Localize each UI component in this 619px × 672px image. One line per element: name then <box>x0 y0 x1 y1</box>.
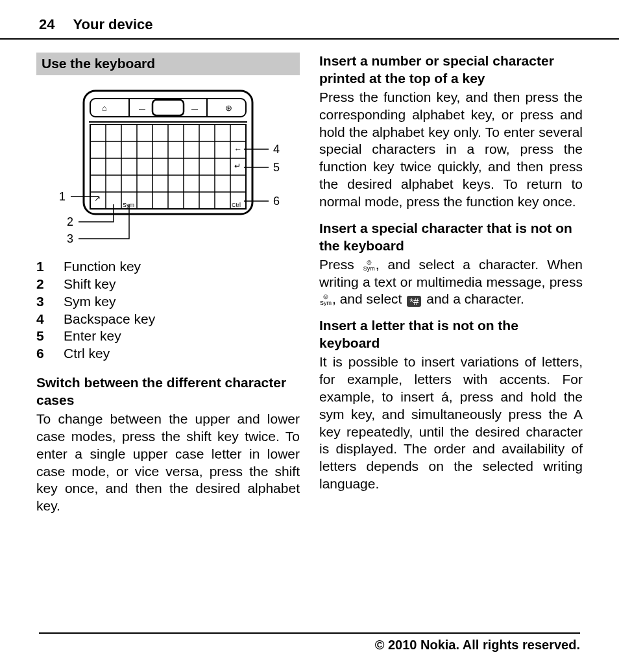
sym-key-icon: ◎Sym <box>363 259 375 272</box>
subheading: Switch between the different character c… <box>36 374 300 409</box>
key-legend: 1 Function key 2 Shift key 3 Sym key 4 B… <box>36 258 300 363</box>
subheading: Insert a number or special character pri… <box>319 53 583 88</box>
legend-number: 2 <box>36 276 64 293</box>
legend-text: Enter key <box>64 328 121 345</box>
legend-number: 3 <box>36 293 64 311</box>
subheading: Insert a letter that is not on the keybo… <box>319 317 583 352</box>
svg-text:⌂: ⌂ <box>102 103 107 113</box>
legend-text: Function key <box>64 258 141 276</box>
section-heading: Use the keyboard <box>36 53 300 75</box>
left-column: Use the keyboard ⌂ — — ⊛ <box>36 53 300 524</box>
legend-row: 3 Sym key <box>36 293 300 311</box>
legend-text: Ctrl key <box>64 345 110 363</box>
text-fragment: Press <box>319 257 363 272</box>
paragraph: Press ◎Sym, and select a character. When… <box>319 256 583 309</box>
star-hash-icon: *# <box>407 296 421 307</box>
svg-text:Sym: Sym <box>123 202 134 208</box>
legend-text: Shift key <box>64 276 116 293</box>
legend-row: 4 Backspace key <box>36 311 300 328</box>
legend-row: 6 Ctrl key <box>36 345 300 363</box>
paragraph: It is possible to insert variations of l… <box>319 354 583 493</box>
svg-text:5: 5 <box>273 161 280 174</box>
svg-text:1: 1 <box>59 190 66 203</box>
text-fragment: , and select <box>332 291 406 306</box>
legend-number: 4 <box>36 311 64 328</box>
legend-text: Sym key <box>64 293 116 311</box>
right-column: Insert a number or special character pri… <box>319 53 583 524</box>
legend-number: 5 <box>36 328 64 345</box>
svg-text:—: — <box>191 105 198 112</box>
legend-row: 2 Shift key <box>36 276 300 293</box>
paragraph: Press the function key, and then press t… <box>319 89 583 211</box>
svg-text:6: 6 <box>273 195 280 208</box>
svg-text:4: 4 <box>273 143 280 156</box>
subheading: Insert a special character that is not o… <box>319 220 583 255</box>
svg-text:⊛: ⊛ <box>225 103 232 113</box>
svg-text:↵: ↵ <box>234 162 241 171</box>
svg-text:—: — <box>139 105 145 112</box>
page-header: 24 Your device <box>0 0 619 40</box>
page-content: Use the keyboard ⌂ — — ⊛ <box>0 40 619 524</box>
legend-text: Backspace key <box>64 311 155 328</box>
svg-text:3: 3 <box>67 232 73 245</box>
legend-row: 1 Function key <box>36 258 300 276</box>
svg-text:2: 2 <box>67 215 73 228</box>
manual-page: 24 Your device Use the keyboard ⌂ — — <box>0 0 619 672</box>
keyboard-diagram-svg: ⌂ — — ⊛ <box>51 84 285 246</box>
page-footer: © 2010 Nokia. All rights reserved. <box>39 632 580 653</box>
page-number: 24 <box>39 16 55 33</box>
chapter-title: Your device <box>73 16 152 33</box>
legend-number: 1 <box>36 258 64 276</box>
text-fragment: and a character. <box>422 291 524 306</box>
legend-number: 6 <box>36 345 64 363</box>
legend-row: 5 Enter key <box>36 328 300 345</box>
paragraph: To change between the upper and lower ca… <box>36 411 300 515</box>
keyboard-diagram: ⌂ — — ⊛ <box>36 84 300 246</box>
svg-text:Ctrl: Ctrl <box>232 202 241 208</box>
svg-text:←: ← <box>234 145 242 154</box>
svg-text:↗: ↗ <box>94 194 101 203</box>
sym-key-icon: ◎Sym <box>320 293 332 306</box>
